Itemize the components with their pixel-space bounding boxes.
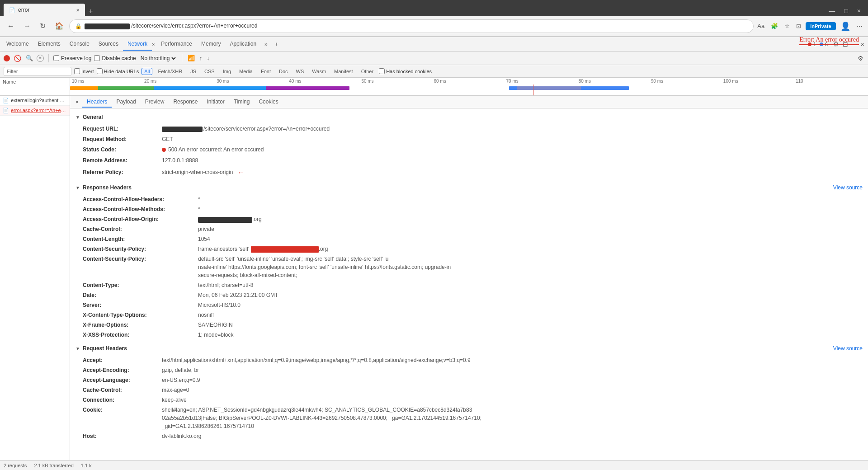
response-headers-section: ▼ Response Headers View source Access-Co… bbox=[75, 183, 863, 340]
back-button[interactable]: ← bbox=[4, 20, 18, 32]
devtools-tab-sources[interactable]: Sources bbox=[94, 38, 123, 51]
devtools-close-btn[interactable]: × bbox=[859, 39, 866, 50]
request-headers-title: Request Headers bbox=[83, 345, 127, 352]
request-item-1[interactable]: 📄 externallogin?authenticationT... bbox=[0, 96, 70, 106]
address-path: /sitecore/service/error.aspx?error=An+er… bbox=[131, 23, 257, 29]
address-input[interactable]: /sitecore/service/error.aspx?error=An+er… bbox=[85, 23, 748, 29]
filter-doc[interactable]: Doc bbox=[276, 68, 291, 75]
tab-preview[interactable]: Preview bbox=[141, 97, 169, 108]
network-close-icon[interactable]: × bbox=[152, 42, 155, 47]
devtools-tab-welcome[interactable]: Welcome bbox=[2, 38, 33, 51]
throttle-select[interactable]: No throttling Slow 3G Fast 3G Offline bbox=[139, 55, 177, 62]
tab[interactable]: 📄 error × bbox=[4, 4, 85, 16]
filter-input[interactable] bbox=[4, 67, 71, 76]
tab-initiator[interactable]: Initiator bbox=[202, 97, 229, 108]
devtools-more-tabs[interactable]: » bbox=[261, 38, 271, 50]
devtools-panel: Welcome Elements Console Sources Network… bbox=[0, 36, 868, 470]
search-button[interactable]: ≡ bbox=[37, 55, 44, 62]
accept-encoding-row: Accept-Encoding: gzip, deflate, br bbox=[83, 365, 863, 375]
has-blocked-cookies-checkbox[interactable] bbox=[379, 68, 385, 74]
view-source-response[interactable]: View source bbox=[833, 184, 863, 191]
tab-response[interactable]: Response bbox=[169, 97, 202, 108]
devtools-tab-application[interactable]: Application bbox=[225, 38, 261, 51]
filter-js[interactable]: JS bbox=[188, 68, 199, 75]
devtools-tab-console[interactable]: Console bbox=[65, 38, 94, 51]
preserve-log-label[interactable]: Preserve log bbox=[53, 55, 91, 61]
filter-wasm[interactable]: Wasm bbox=[309, 68, 329, 75]
remote-address-row: Remote Address: 127.0.0.1:8888 bbox=[83, 155, 863, 166]
csp-default-row: Content-Security-Policy: default-src 'se… bbox=[83, 254, 863, 280]
wifi-button[interactable]: 📶 bbox=[187, 54, 196, 62]
minimize-button[interactable]: — bbox=[825, 7, 839, 14]
cache-control-row: Cache-Control: private bbox=[83, 224, 863, 234]
details-panel: × Headers Payload Preview Response Initi… bbox=[70, 96, 868, 460]
filter-toggle-button[interactable]: 🔍 bbox=[25, 54, 34, 62]
network-settings-button[interactable]: ⚙ bbox=[857, 54, 864, 63]
request-item-2[interactable]: 📄 error.aspx?error=An+error+oc... bbox=[0, 106, 70, 116]
arrow-icon: ← bbox=[237, 167, 245, 179]
details-close-button[interactable]: × bbox=[74, 98, 80, 106]
response-headers-header[interactable]: ▼ Response Headers View source bbox=[75, 183, 863, 193]
close-window-button[interactable]: × bbox=[854, 7, 864, 14]
xxss-row: X-XSS-Protection: 1; mode=block bbox=[83, 330, 863, 340]
menu-button[interactable]: ··· bbox=[855, 20, 864, 32]
home-button[interactable]: 🏠 bbox=[51, 20, 67, 32]
forward-button[interactable]: → bbox=[20, 20, 34, 32]
new-tab-button[interactable]: + bbox=[85, 7, 96, 16]
general-section-header[interactable]: ▼ General bbox=[75, 112, 863, 122]
extensions-button[interactable]: 🧩 bbox=[769, 21, 780, 31]
has-blocked-cookies-label[interactable]: Has blocked cookies bbox=[379, 68, 432, 74]
request-headers-header[interactable]: ▼ Request Headers View source bbox=[75, 343, 863, 353]
filter-fetch-xhr[interactable]: Fetch/XHR bbox=[155, 68, 185, 75]
filter-font[interactable]: Font bbox=[258, 68, 274, 75]
invert-checkbox[interactable] bbox=[74, 68, 80, 74]
preserve-log-checkbox[interactable] bbox=[53, 55, 59, 61]
tab-timing[interactable]: Timing bbox=[229, 97, 255, 108]
devtools-tab-performance[interactable]: Performance bbox=[156, 38, 197, 51]
tab-cookies[interactable]: Cookies bbox=[254, 97, 283, 108]
hide-data-label[interactable]: Hide data URLs bbox=[97, 68, 139, 74]
request-headers-section: ▼ Request Headers View source Accept: te… bbox=[75, 343, 863, 441]
disable-cache-label[interactable]: Disable cache bbox=[94, 55, 136, 61]
devtools-add-tab[interactable]: + bbox=[271, 38, 282, 50]
request-url-row: Request URL: /sitecore/service/error.asp… bbox=[83, 124, 863, 134]
filter-manifest[interactable]: Manifest bbox=[331, 68, 356, 75]
status-code-label: Status Code: bbox=[83, 146, 162, 154]
tab-payload[interactable]: Payload bbox=[112, 97, 140, 108]
xcto-row: X-Content-Type-Options: nosniff bbox=[83, 310, 863, 320]
devtools-tab-memory[interactable]: Memory bbox=[197, 38, 225, 51]
details-tab-bar: × Headers Payload Preview Response Initi… bbox=[70, 96, 868, 108]
filter-css[interactable]: CSS bbox=[202, 68, 217, 75]
record-button[interactable] bbox=[4, 55, 10, 61]
filter-ws[interactable]: WS bbox=[293, 68, 307, 75]
timeline-bar: Name 10 ms 20 ms 30 ms 40 ms 50 ms 60 ms… bbox=[0, 78, 868, 96]
request-method-label: Request Method: bbox=[83, 135, 162, 144]
request-url-value: /sitecore/service/error.aspx?error=An+er… bbox=[162, 125, 330, 133]
clear-button[interactable]: 🚫 bbox=[13, 54, 22, 63]
address-prefix bbox=[85, 24, 130, 29]
invert-label[interactable]: Invert bbox=[74, 68, 94, 74]
tab-headers[interactable]: Headers bbox=[82, 97, 112, 108]
status-code-row: Status Code: 500 An error occurred: An e… bbox=[83, 145, 863, 155]
refresh-button[interactable]: ↻ bbox=[36, 20, 49, 32]
tab-close-icon[interactable]: × bbox=[76, 7, 80, 14]
collections-button[interactable]: ⊡ bbox=[794, 21, 803, 31]
devtools-tab-elements[interactable]: Elements bbox=[33, 38, 65, 51]
hide-data-checkbox[interactable] bbox=[97, 68, 103, 74]
filter-img[interactable]: Img bbox=[220, 68, 234, 75]
profile-button[interactable]: 👤 bbox=[839, 19, 852, 33]
referrer-policy-row: Referrer Policy: strict-origin-when-cros… bbox=[83, 166, 863, 179]
filter-media[interactable]: Media bbox=[236, 68, 255, 75]
favorites-button[interactable]: ☆ bbox=[783, 21, 792, 31]
address-bar[interactable]: 🔒 /sitecore/service/error.aspx?error=An+… bbox=[69, 19, 754, 33]
view-source-request[interactable]: View source bbox=[833, 345, 863, 352]
filter-all[interactable]: All bbox=[142, 68, 152, 75]
filter-other[interactable]: Other bbox=[359, 68, 377, 75]
translate-button[interactable]: Aa bbox=[755, 21, 766, 31]
maximize-button[interactable]: □ bbox=[840, 7, 851, 14]
download-button[interactable]: ↓ bbox=[206, 54, 211, 62]
disable-cache-checkbox[interactable] bbox=[94, 55, 100, 61]
devtools-tab-network[interactable]: Network bbox=[123, 38, 152, 51]
upload-button[interactable]: ↑ bbox=[198, 54, 203, 62]
status-code-value: 500 An error occurred: An error occured bbox=[168, 146, 264, 154]
